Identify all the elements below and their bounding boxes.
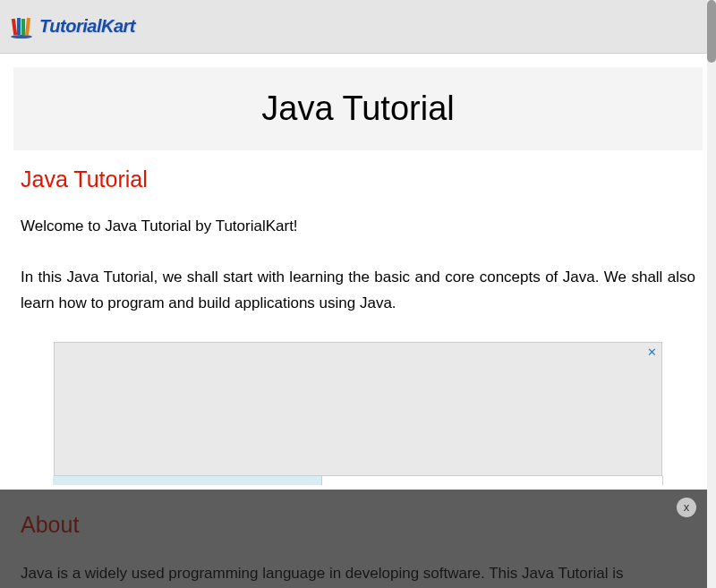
svg-rect-0	[12, 18, 17, 34]
header-bar: TutorialKart	[0, 0, 716, 54]
page-title: Java Tutorial	[22, 89, 694, 128]
ad-placeholder: ✕	[54, 342, 662, 476]
svg-rect-2	[21, 19, 25, 35]
about-paragraph-1: Java is a widely used programming langua…	[13, 561, 703, 587]
ad-close-icon[interactable]: ✕	[645, 346, 658, 359]
section-heading-intro: Java Tutorial	[13, 166, 703, 192]
logo-tutorial: Tutorial	[39, 16, 101, 36]
scrollbar-thumb[interactable]	[707, 0, 716, 63]
books-logo-icon	[9, 13, 36, 40]
svg-rect-1	[17, 18, 21, 35]
overlay-close-button[interactable]: x	[677, 498, 696, 517]
content-area: Java Tutorial Java Tutorial Welcome to J…	[0, 54, 716, 588]
page-banner: Java Tutorial	[13, 67, 703, 150]
ad-bottom-strip	[53, 476, 663, 485]
logo-kart: Kart	[101, 16, 135, 36]
svg-rect-3	[25, 17, 30, 34]
scrollbar-track[interactable]	[707, 0, 716, 588]
intro-paragraph-1: Welcome to Java Tutorial by TutorialKart…	[13, 214, 703, 240]
logo-text: TutorialKart	[39, 16, 135, 37]
svg-point-4	[11, 35, 32, 38]
intro-paragraph-2: In this Java Tutorial, we shall start wi…	[13, 265, 703, 317]
section-heading-about: About	[13, 512, 703, 538]
logo-link[interactable]: TutorialKart	[9, 13, 135, 40]
